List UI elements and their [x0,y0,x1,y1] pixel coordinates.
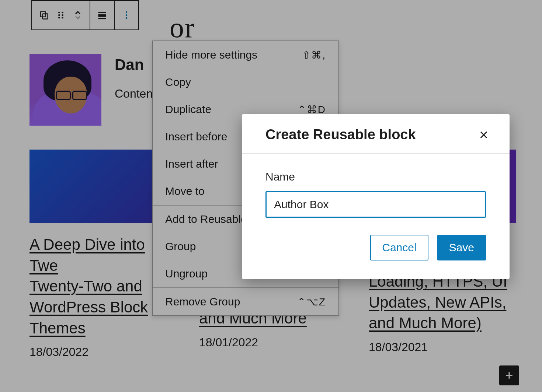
create-reusable-block-modal: Create Reusable block Name Cancel Save [242,114,510,279]
cancel-button[interactable]: Cancel [370,235,428,260]
save-button[interactable]: Save [437,235,486,260]
name-field-label: Name [265,171,486,183]
reusable-block-name-input[interactable] [265,191,486,218]
modal-close-button[interactable] [479,130,489,140]
modal-title: Create Reusable block [265,127,416,143]
